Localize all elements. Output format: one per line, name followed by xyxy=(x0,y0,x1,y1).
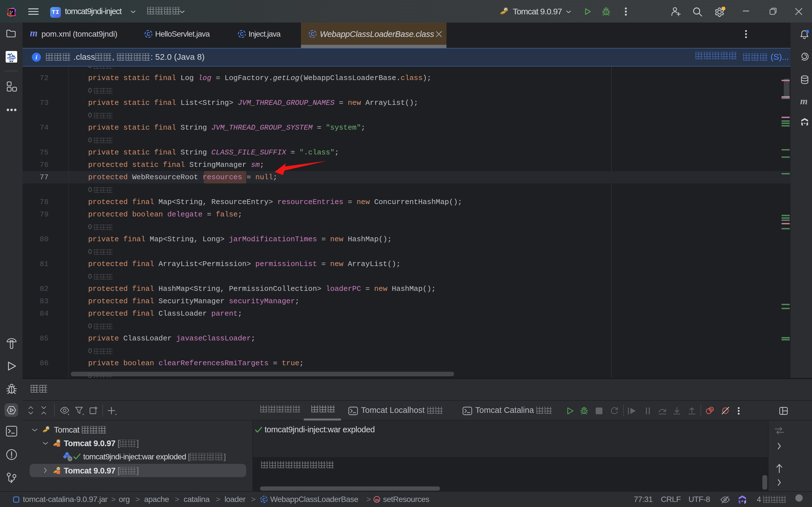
svg-text:C: C xyxy=(263,497,266,502)
svg-text:C: C xyxy=(240,31,244,37)
svg-text:C: C xyxy=(147,31,150,37)
svg-text:C: C xyxy=(311,31,314,37)
svg-text:WEIJIE: WEIJIE xyxy=(9,59,14,61)
svg-text:IJ: IJ xyxy=(9,10,13,13)
svg-text:m: m xyxy=(30,28,38,39)
svg-text:m: m xyxy=(375,497,379,502)
svg-text:m: m xyxy=(800,96,808,106)
